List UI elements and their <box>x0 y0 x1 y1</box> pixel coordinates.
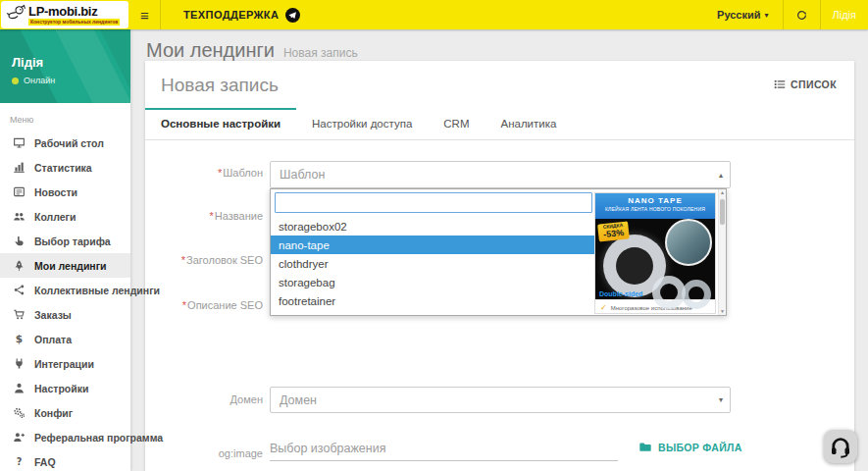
option-5[interactable]: springclothes <box>271 310 597 315</box>
choose-file-button[interactable]: ВЫБОР ФАЙЛА <box>638 441 742 453</box>
template-field-label: Шаблон <box>145 167 263 179</box>
og-image-field-label: og:image <box>145 447 263 459</box>
sidebar-item-question[interactable]: FAQ <box>0 449 130 471</box>
template-option-list: storagebox02nano-tapeclothdryerstorageba… <box>271 217 597 315</box>
topbar-right: Русский ▾ Лідія <box>703 0 868 29</box>
topbar: LP-mobi.biz Конструктор мобильных лендин… <box>0 0 868 29</box>
preview-feature-text: Многоразовое использование <box>611 305 692 311</box>
tape-roll-graphic <box>682 280 711 309</box>
sidebar-user-panel: Лідія Онлайн <box>0 29 130 103</box>
card-header: Новая запись СПИСОК <box>145 61 854 100</box>
support-chat-button[interactable] <box>824 430 857 463</box>
template-option-label: nano-tape <box>279 239 330 251</box>
sidebar-item-rocket[interactable]: Мои лендинги <box>0 253 130 278</box>
share-icon <box>12 284 26 297</box>
option-0[interactable]: storagebox02 <box>271 217 597 236</box>
preview-body: СКИДКА -53% Double-sided <box>595 219 715 299</box>
sidebar-menu: Рабочий стол Статистика Новости Коллеги … <box>0 131 130 471</box>
sidebar-item-label: FAQ <box>34 456 56 468</box>
main-area: Мои лендинги Новая запись Новая запись С… <box>130 29 868 471</box>
language-label: Русский <box>717 9 760 21</box>
sidebar-item-gears[interactable]: Конфиг <box>0 400 130 425</box>
sidebar-item-hand[interactable]: Выбор тарифа <box>0 229 130 253</box>
sidebar-item-desktop[interactable]: Рабочий стол <box>0 131 130 155</box>
refresh-button[interactable] <box>784 9 820 22</box>
headset-icon <box>829 435 852 458</box>
template-dropdown-panel: storagebox02nano-tapeclothdryerstorageba… <box>270 188 727 316</box>
sidebar-item-plug[interactable]: Интеграции <box>0 351 130 376</box>
breadcrumb: Мои лендинги Новая запись <box>130 29 868 62</box>
sidebar-item-label: Мои лендинги <box>34 260 107 272</box>
dog-logo-icon <box>5 4 26 26</box>
tab-2[interactable]: CRM <box>428 108 485 139</box>
support-button[interactable]: ТЕХПОДДЕРЖКА <box>161 0 323 29</box>
template-option-label: springclothes <box>279 314 345 316</box>
template-preview-image: NANO TAPE КЛЕЙКАЯ ЛЕНТА НОВОГО ПОКОЛЕНИЯ… <box>594 192 716 314</box>
og-image-input[interactable]: Выбор изображения <box>270 436 618 461</box>
template-option-label: clothdryer <box>279 258 329 270</box>
sidebar-item-label: Настройки <box>34 383 88 394</box>
sidebar-item-share[interactable]: Коллективные лендинги <box>0 278 130 302</box>
tab-3[interactable]: Аналитика <box>485 108 572 139</box>
logo-subtitle: Конструктор мобильных лендингов <box>28 19 120 26</box>
domain-select[interactable]: Домен ▾ <box>270 387 731 413</box>
seo-title-field-label: Заголовок SEO <box>145 254 263 266</box>
sidebar-item-news[interactable]: Новости <box>0 180 130 204</box>
sidebar-item-label: Выбор тарифа <box>34 236 111 247</box>
template-option-label: footretainer <box>279 295 335 307</box>
check-icon: ✓ <box>600 303 607 312</box>
plug-icon <box>12 357 26 371</box>
sidebar-item-chart[interactable]: Статистика <box>0 155 130 180</box>
preview-inset-photo <box>665 219 712 266</box>
folder-icon <box>638 441 652 453</box>
tab-0[interactable]: Основные настройки <box>145 108 296 139</box>
sidebar-item-cart[interactable]: Заказы <box>0 302 130 327</box>
page-title: Мои лендинги <box>146 39 275 62</box>
option-1[interactable]: nano-tape <box>271 236 597 254</box>
sidebar-item-label: Новости <box>34 186 77 198</box>
preview-header: NANO TAPE КЛЕЙКАЯ ЛЕНТА НОВОГО ПОКОЛЕНИЯ <box>595 193 715 219</box>
hand-icon <box>12 235 26 248</box>
topbar-username[interactable]: Лідія <box>821 9 868 21</box>
sidebar-item-label: Статистика <box>34 162 92 174</box>
sidebar-item-label: Коллеги <box>34 211 76 223</box>
discount-badge: СКИДКА -53% <box>597 221 630 242</box>
template-search-input[interactable] <box>275 192 592 213</box>
list-button-label: СПИСОК <box>791 78 837 90</box>
tab-label: CRM <box>443 118 469 130</box>
choose-file-label: ВЫБОР ФАЙЛА <box>658 442 742 453</box>
language-dropdown[interactable]: Русский ▾ <box>703 9 782 21</box>
new-record-card: Новая запись СПИСОК Основные настройкиНа… <box>145 61 854 471</box>
sidebar-item-label: Конфиг <box>34 407 73 419</box>
option-3[interactable]: storagebag <box>271 273 597 291</box>
og-image-placeholder: Выбор изображения <box>270 442 385 455</box>
option-2[interactable]: clothdryer <box>271 254 597 273</box>
form: Шаблон Шаблон ▴ Название Заголовок SEO О… <box>145 140 854 471</box>
sidebar-item-dollar[interactable]: Оплата <box>0 327 130 351</box>
template-select-placeholder: Шаблон <box>280 168 325 182</box>
list-button[interactable]: СПИСОК <box>772 75 839 94</box>
logo-title: LP-mobi.biz <box>28 5 120 18</box>
sidebar-item-users[interactable]: Коллеги <box>0 204 130 229</box>
logo[interactable]: LP-mobi.biz Конструктор мобильных лендин… <box>1 1 128 28</box>
scroll-up-icon: ▲ <box>720 190 725 195</box>
card-title: Новая запись <box>161 75 279 96</box>
chevron-down-icon: ▾ <box>765 11 769 20</box>
gears-icon <box>12 406 26 420</box>
rocket-icon <box>12 259 26 273</box>
user-icon <box>12 382 26 395</box>
user-plus-icon <box>12 431 26 445</box>
sidebar-item-label: Оплата <box>34 334 72 345</box>
domain-select-placeholder: Домен <box>280 393 317 407</box>
template-option-label: storagebox02 <box>279 221 347 233</box>
hamburger-icon[interactable]: ≡ <box>129 7 160 24</box>
tab-1[interactable]: Настройки доступа <box>296 108 428 139</box>
tab-label: Настройки доступа <box>312 118 412 130</box>
tab-label: Аналитика <box>500 118 556 130</box>
preview-title: NANO TAPE <box>595 196 715 206</box>
template-select[interactable]: Шаблон ▴ <box>270 161 731 188</box>
option-4[interactable]: footretainer <box>271 291 597 310</box>
sidebar-item-user-plus[interactable]: Реферальная программа <box>0 425 130 449</box>
sidebar-item-user[interactable]: Настройки <box>0 376 130 400</box>
dropdown-scrollbar-thumb[interactable] <box>720 199 725 225</box>
